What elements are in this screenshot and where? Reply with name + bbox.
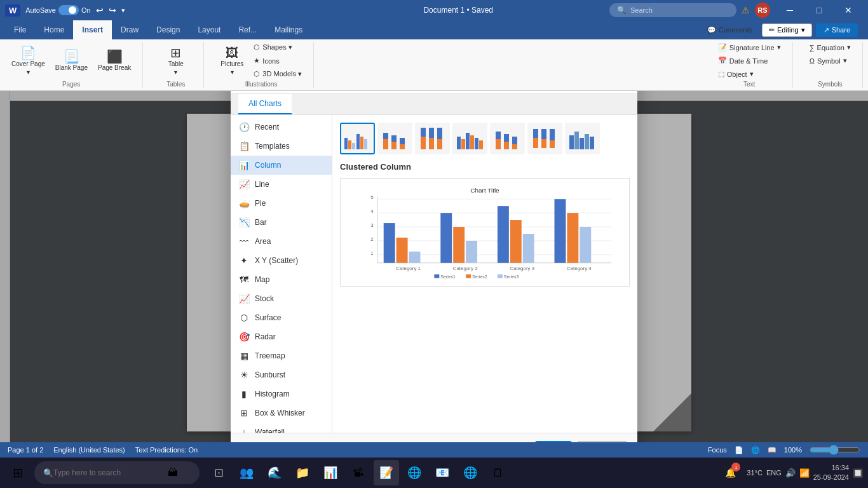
- editing-button[interactable]: ✏ Editing ▾: [762, 24, 812, 37]
- svg-rect-38: [580, 138, 584, 149]
- taskbar-edge2[interactable]: 🌐: [458, 460, 483, 485]
- chart-thumb-3d-column[interactable]: [565, 123, 600, 154]
- page-break-button[interactable]: ⬛ Page Break: [94, 48, 135, 74]
- tab-layout[interactable]: Layout: [189, 20, 229, 39]
- nav-templates[interactable]: 📋 Templates: [231, 137, 332, 156]
- view-mode-print[interactable]: 📄: [735, 446, 743, 454]
- nav-stock[interactable]: 📈 Stock: [231, 289, 332, 308]
- equation-button[interactable]: ∑ Equation ▾: [806, 42, 855, 53]
- taskbar-notification-icon[interactable]: 🔔 1: [717, 460, 743, 485]
- svg-rect-60: [498, 206, 509, 263]
- nav-sunburst[interactable]: ☀ Sunburst: [231, 365, 332, 384]
- nav-waterfall[interactable]: ↓ Waterfall: [231, 423, 332, 433]
- blank-page-button[interactable]: 📃 Blank Page: [51, 48, 92, 74]
- taskbar-file-explorer[interactable]: 📁: [290, 460, 315, 485]
- nav-bar[interactable]: 📉 Bar: [231, 213, 332, 232]
- network-icon[interactable]: 📶: [799, 468, 810, 478]
- quick-access-more[interactable]: ▾: [121, 6, 125, 15]
- date-time-button[interactable]: 📅 Date & Time: [714, 55, 772, 66]
- maximize-button[interactable]: □: [804, 0, 834, 20]
- symbol-button[interactable]: Ω Symbol ▾: [806, 55, 851, 66]
- signature-line-button[interactable]: 📝 Signature Line ▾: [714, 42, 785, 53]
- svg-rect-23: [479, 140, 483, 149]
- taskbar-outlook[interactable]: 📧: [430, 460, 455, 485]
- taskbar-powerpoint[interactable]: 📽: [346, 460, 371, 485]
- svg-rect-0: [344, 138, 348, 149]
- chart-thumb-100pct-column[interactable]: [415, 123, 450, 154]
- table-button[interactable]: ⊞ Table ▾: [163, 44, 189, 78]
- tab-draw[interactable]: Draw: [112, 20, 147, 39]
- autosave-toggle[interactable]: [58, 5, 79, 15]
- user-avatar[interactable]: RS: [755, 3, 770, 18]
- comments-button[interactable]: 💬 Comments: [702, 23, 758, 37]
- tab-file[interactable]: File: [5, 20, 35, 39]
- share-button[interactable]: ↗ Share: [816, 24, 858, 37]
- treemap-icon: ▦: [238, 351, 250, 361]
- chart-thumb-clustered-column[interactable]: [340, 123, 375, 154]
- icons-button[interactable]: ★ Icons: [250, 55, 306, 66]
- chart-tab-bar: All Charts: [231, 94, 637, 115]
- svg-text:Chart Title: Chart Title: [470, 187, 499, 194]
- nav-histogram[interactable]: ▮ Histogram: [231, 384, 332, 403]
- pages-group-label: Pages: [62, 81, 80, 88]
- object-button[interactable]: ⬚ Object ▾: [714, 69, 757, 79]
- focus-button[interactable]: Focus: [708, 446, 727, 454]
- all-charts-tab[interactable]: All Charts: [238, 94, 292, 114]
- redo-button[interactable]: ↪: [109, 5, 116, 15]
- tab-mailings[interactable]: Mailings: [266, 20, 311, 39]
- shapes-button[interactable]: ⬡ Shapes ▾: [250, 42, 306, 53]
- taskbar-sticky-notes[interactable]: 🗒: [485, 460, 511, 485]
- chart-thumb-3d-100pct[interactable]: [527, 123, 562, 154]
- pictures-button[interactable]: 🖼 Pictures ▾: [217, 44, 247, 78]
- undo-button[interactable]: ↩: [96, 5, 104, 15]
- nav-surface[interactable]: ⬡ Surface: [231, 308, 332, 327]
- title-search-box[interactable]: 🔍: [609, 3, 736, 17]
- tab-insert[interactable]: Insert: [73, 20, 112, 39]
- warning-icon: ⚠: [742, 5, 750, 15]
- svg-rect-37: [574, 132, 579, 149]
- taskbar-search[interactable]: 🔍 🏔: [34, 461, 200, 484]
- taskbar-edge[interactable]: 🌊: [262, 460, 287, 485]
- nav-box-whisker[interactable]: ⊞ Box & Whisker: [231, 403, 332, 423]
- taskbar-excel[interactable]: 📊: [318, 460, 343, 485]
- taskbar-teams[interactable]: 👥: [234, 460, 259, 485]
- svg-rect-21: [470, 135, 474, 149]
- 3d-models-button[interactable]: ⬡ 3D Models ▾: [250, 69, 306, 79]
- chart-thumb-3d-stacked[interactable]: [490, 123, 525, 154]
- nav-recent[interactable]: 🕐 Recent: [231, 118, 332, 137]
- svg-text:1: 1: [370, 250, 374, 256]
- taskbar-search-input[interactable]: [53, 468, 168, 477]
- nav-area[interactable]: 〰 Area: [231, 232, 332, 251]
- view-mode-read[interactable]: 📖: [768, 446, 776, 454]
- nav-treemap[interactable]: ▦ Treemap: [231, 346, 332, 365]
- volume-icon[interactable]: 🔊: [785, 468, 796, 478]
- title-search-input[interactable]: [630, 6, 726, 14]
- nav-map[interactable]: 🗺 Map: [231, 270, 332, 289]
- cancel-button[interactable]: Cancel: [577, 441, 627, 442]
- minimize-button[interactable]: ─: [775, 0, 804, 20]
- svg-rect-15: [429, 138, 434, 149]
- svg-text:2: 2: [370, 236, 374, 242]
- zoom-slider[interactable]: [810, 445, 860, 455]
- nav-line[interactable]: 📈 Line: [231, 175, 332, 194]
- nav-pie[interactable]: 🥧 Pie: [231, 194, 332, 213]
- taskbar-chrome[interactable]: 🌐: [402, 460, 427, 485]
- chart-thumb-stacked-column[interactable]: [377, 123, 412, 154]
- close-button[interactable]: ✕: [834, 0, 863, 20]
- nav-column[interactable]: 📊 Column: [231, 156, 332, 175]
- view-mode-web[interactable]: 🌐: [751, 446, 760, 454]
- start-button[interactable]: ⊞: [5, 460, 31, 485]
- svg-rect-31: [533, 138, 538, 148]
- ok-button[interactable]: OK: [535, 441, 571, 442]
- taskbar-word[interactable]: 📝: [374, 460, 399, 485]
- nav-radar[interactable]: 🎯 Radar: [231, 327, 332, 346]
- cover-page-button[interactable]: 📄 Cover Page ▾: [8, 44, 49, 78]
- taskbar-task-view[interactable]: ⊡: [206, 460, 231, 485]
- chart-thumb-3d-clustered[interactable]: [452, 123, 487, 154]
- chevron-icon: ▾: [231, 69, 234, 76]
- tab-references[interactable]: Ref...: [229, 20, 266, 39]
- tab-home[interactable]: Home: [35, 20, 73, 39]
- tab-design[interactable]: Design: [147, 20, 189, 39]
- nav-xy-scatter[interactable]: ✦ X Y (Scatter): [231, 251, 332, 270]
- notification-center-icon[interactable]: 🔲: [853, 468, 863, 478]
